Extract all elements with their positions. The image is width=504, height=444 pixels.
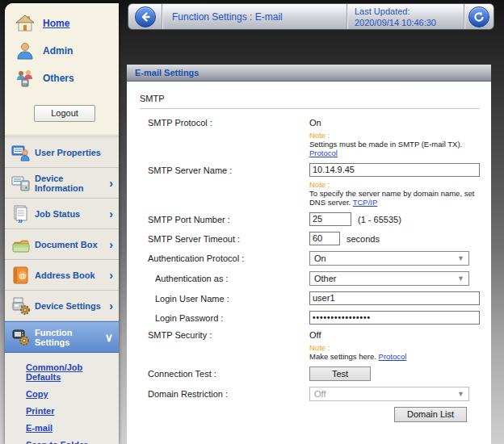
- menu-label: User Properties: [35, 148, 101, 157]
- sidebar-item-device-settings[interactable]: Device Settings ›: [5, 291, 119, 321]
- back-button[interactable]: [135, 6, 156, 27]
- sidebar-item-function-settings[interactable]: Function Settings ∨: [5, 321, 119, 353]
- row-smtp-security: SMTP Security : Off: [140, 330, 480, 340]
- note-label: Note :: [309, 180, 480, 189]
- field-label: Login Password :: [140, 313, 309, 323]
- smtp-server-name-input[interactable]: 10.14.9.45: [309, 163, 480, 177]
- smtp-protocol-value: On: [309, 118, 321, 128]
- logout-button[interactable]: Logout: [34, 105, 95, 122]
- menu-label: Device Information: [35, 174, 109, 193]
- page: { "sidebar": { "home_label": "Home", "ad…: [0, 0, 504, 444]
- note-text: Settings must be made in SMTP (E-mail TX…: [309, 140, 480, 149]
- sidebar-item-device-information[interactable]: Device Information ›: [5, 168, 119, 199]
- note-label: Note :: [309, 131, 480, 140]
- sidebar-item-job-status[interactable]: » Job Status ›: [5, 199, 119, 229]
- menu-label: Job Status: [35, 209, 80, 219]
- submenu-link-copy[interactable]: Copy: [26, 389, 119, 399]
- sidebar-item-document-box[interactable]: Document Box ›: [5, 229, 119, 260]
- admin-label: Admin: [43, 45, 73, 57]
- note-label: Note :: [309, 343, 480, 352]
- timeout-unit: seconds: [346, 234, 380, 244]
- last-updated: Last Updated: 2020/09/14 10:46:30: [346, 4, 464, 29]
- arrow-left-icon: [140, 11, 151, 23]
- submenu-link-printer[interactable]: Printer: [26, 406, 119, 416]
- function-settings-submenu: Common/Job Defaults Copy Printer E-mail …: [5, 353, 119, 444]
- refresh-button[interactable]: [468, 6, 489, 27]
- chevron-right-icon: ›: [109, 302, 119, 310]
- home-icon: [15, 14, 36, 33]
- domain-restriction-select: Off ▼: [309, 387, 469, 401]
- domain-list-button[interactable]: Domain List: [394, 407, 467, 422]
- selected-value: Other: [314, 274, 337, 283]
- sidebar-account-section: Home Admin Others Logout: [5, 3, 119, 136]
- submenu-link-scan-to-folder[interactable]: Scan to Folder: [26, 440, 119, 444]
- row-smtp-timeout: SMTP Server Timeout : 60 seconds: [140, 232, 480, 245]
- chevron-right-icon: ›: [109, 241, 119, 249]
- panel-title: E-mail Settings: [127, 65, 491, 82]
- selected-value: Off: [314, 389, 326, 399]
- field-label: SMTP Server Timeout :: [140, 234, 309, 244]
- chevron-down-icon: ∨: [105, 333, 119, 341]
- chevron-down-icon: ▼: [457, 390, 464, 398]
- last-updated-label: Last Updated:: [355, 6, 410, 17]
- chevron-right-icon: ›: [109, 179, 119, 187]
- sidebar-item-home[interactable]: Home: [5, 10, 119, 37]
- submenu-link-common-job-defaults[interactable]: Common/Job Defaults: [26, 362, 119, 382]
- test-button[interactable]: Test: [309, 367, 371, 381]
- smtp-port-input[interactable]: 25: [309, 212, 351, 226]
- sidebar-item-address-book[interactable]: @ Address Book ›: [5, 260, 119, 291]
- row-smtp-port: SMTP Port Number : 25 (1 - 65535): [140, 212, 480, 226]
- submenu-link-email[interactable]: E-mail: [26, 423, 119, 433]
- section-divider: [140, 108, 480, 109]
- admin-user-icon: [15, 41, 36, 61]
- function-settings-icon: [10, 328, 32, 347]
- menu-label: Device Settings: [35, 301, 101, 311]
- svg-text:@: @: [19, 271, 27, 279]
- port-range-hint: (1 - 65535): [358, 215, 401, 224]
- note-text: To specify the server name by domain nam…: [309, 189, 485, 207]
- user-properties-icon: [10, 143, 32, 162]
- chevron-down-icon: ▼: [457, 254, 464, 262]
- login-user-name-input[interactable]: user1: [309, 291, 480, 305]
- last-updated-value: 2020/09/14 10:46:30: [355, 17, 436, 28]
- protocol-link[interactable]: Protocol: [309, 149, 338, 157]
- chevron-right-icon: ›: [109, 271, 119, 279]
- sidebar-item-admin[interactable]: Admin: [5, 37, 119, 65]
- note-smtp-protocol: Note : Settings must be made in SMTP (E-…: [309, 131, 480, 157]
- selected-value: On: [314, 253, 326, 263]
- sidebar-item-user-properties[interactable]: User Properties: [5, 136, 119, 168]
- header-back-cell: [128, 4, 162, 29]
- chevron-down-icon: ▼: [457, 274, 464, 283]
- field-label: Login User Name :: [140, 294, 309, 304]
- auth-protocol-select[interactable]: On ▼: [309, 251, 469, 266]
- field-label: Domain Restriction :: [140, 389, 309, 399]
- row-smtp-protocol: SMTP Protocol : On: [140, 118, 480, 128]
- section-title-smtp: SMTP: [140, 94, 480, 103]
- menu-label: Address Book: [35, 270, 95, 280]
- protocol-link[interactable]: Protocol: [379, 352, 407, 361]
- job-status-icon: »: [10, 204, 32, 224]
- field-label: Authentication as :: [140, 274, 309, 283]
- note-text: Make settings here. Protocol: [309, 352, 480, 361]
- field-label: SMTP Security :: [140, 330, 309, 340]
- auth-as-select[interactable]: Other ▼: [309, 271, 469, 286]
- others-label: Others: [43, 73, 74, 84]
- document-box-icon: [10, 235, 32, 254]
- row-smtp-server-name: SMTP Server Name : 10.14.9.45: [140, 163, 480, 177]
- sidebar-item-others[interactable]: Others: [5, 65, 119, 92]
- panel-body: SMTP SMTP Protocol : On Note : Settings …: [127, 82, 491, 422]
- row-auth-as: Authentication as : Other ▼: [140, 271, 480, 286]
- sidebar: Home Admin Others Logout User Properties: [5, 3, 119, 444]
- chevron-right-icon: ›: [109, 210, 119, 218]
- field-label: SMTP Protocol :: [140, 118, 309, 128]
- login-password-input[interactable]: ••••••••••••••••: [309, 311, 480, 325]
- row-domain-restriction: Domain Restriction : Off ▼: [140, 387, 480, 401]
- row-connection-test: Connection Test : Test: [140, 367, 480, 381]
- email-settings-panel: E-mail Settings SMTP SMTP Protocol : On …: [127, 65, 491, 444]
- field-label: SMTP Port Number :: [140, 215, 309, 224]
- row-domain-list: Domain List: [140, 407, 467, 422]
- tcpip-link[interactable]: TCP/IP: [353, 198, 378, 207]
- row-login-user: Login User Name : user1: [140, 291, 480, 305]
- smtp-timeout-input[interactable]: 60: [309, 232, 340, 245]
- note-smtp-security: Note : Make settings here. Protocol: [309, 343, 480, 361]
